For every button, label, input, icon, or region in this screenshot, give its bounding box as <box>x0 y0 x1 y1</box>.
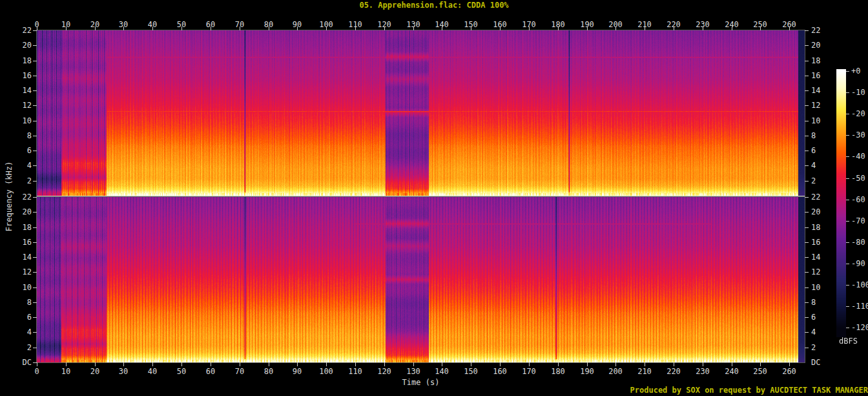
time-tick-bottom <box>152 362 153 366</box>
time-tick-label-top: 80 <box>256 21 282 29</box>
time-tick-label-bottom: 60 <box>198 368 223 376</box>
freq-tick-label-left: 6 <box>10 147 32 155</box>
colorbar-tick-label: -110 <box>851 302 868 311</box>
freq-tick-label-left: 12 <box>10 101 32 110</box>
time-tick-label-top: 190 <box>574 21 600 29</box>
time-tick-label-bottom: 190 <box>574 368 600 376</box>
freq-tick-left <box>33 30 37 31</box>
time-tick-bottom <box>95 362 96 366</box>
freq-tick-label-left: 8 <box>10 132 32 140</box>
freq-tick-right <box>805 227 809 228</box>
time-tick-label-top: 160 <box>487 21 513 29</box>
time-tick-label-bottom: 220 <box>661 368 687 376</box>
freq-tick-right <box>805 151 809 151</box>
time-tick-label-top: 20 <box>82 21 108 29</box>
freq-tick-left <box>33 317 37 318</box>
freq-tick-label-left: 16 <box>10 72 32 80</box>
time-tick-label-top: 210 <box>632 21 657 29</box>
freq-tick-left <box>33 61 37 61</box>
freq-tick-label-left: 12 <box>10 268 32 276</box>
time-tick-label-bottom: 10 <box>53 368 79 376</box>
panel-frame-right <box>805 30 805 362</box>
freq-tick-label-left: 20 <box>10 41 32 50</box>
freq-tick-right <box>805 30 809 31</box>
freq-tick-label-left: 10 <box>10 284 32 292</box>
freq-tick-left <box>33 181 37 182</box>
panel-frame-top <box>36 30 805 30</box>
freq-tick-label-right: 20 <box>811 41 820 50</box>
freq-tick-left <box>33 45 37 46</box>
colorbar-tick <box>846 264 849 264</box>
colorbar-tick <box>846 135 849 136</box>
spectrogram-window: 05. Apprehension.flac: CDDA 100% 0010102… <box>0 0 868 396</box>
colorbar-tick <box>846 156 849 157</box>
time-tick-label-top: 100 <box>313 21 339 29</box>
time-tick-label-top: 170 <box>516 21 542 29</box>
freq-tick-left <box>33 212 37 213</box>
colorbar-tick <box>846 328 849 328</box>
time-tick-label-bottom: 130 <box>400 368 426 376</box>
time-tick-label-top: 260 <box>776 21 802 29</box>
freq-tick-right <box>805 332 809 333</box>
time-tick-bottom <box>500 362 501 366</box>
time-tick-label-bottom: 140 <box>429 368 455 376</box>
freq-tick-label-right: 12 <box>811 268 820 276</box>
colorbar-tick-label: -90 <box>851 260 865 268</box>
freq-tick-right <box>805 197 809 198</box>
freq-tick-label-left: 6 <box>10 313 32 322</box>
freq-tick-label-right: 22 <box>811 26 820 35</box>
freq-tick-right <box>805 76 809 76</box>
colorbar-tick <box>846 306 849 307</box>
freq-tick-right <box>805 181 809 182</box>
colorbar-tick <box>846 71 849 72</box>
time-tick-label-bottom: 70 <box>227 368 253 376</box>
freq-tick-left <box>33 332 37 333</box>
time-tick-bottom <box>760 362 761 366</box>
freq-tick-left <box>33 136 37 136</box>
time-tick-label-bottom: 110 <box>342 368 368 376</box>
freq-tick-right <box>805 212 809 213</box>
freq-tick-label-right: 6 <box>811 313 816 322</box>
time-tick-bottom <box>211 362 211 366</box>
time-tick-bottom <box>37 362 37 366</box>
time-tick-label-top: 60 <box>198 21 223 29</box>
freq-tick-left <box>33 151 37 151</box>
time-tick-bottom <box>587 362 588 366</box>
freq-tick-left <box>33 348 37 348</box>
colorbar-tick-label: -40 <box>851 152 865 161</box>
freq-tick-label-right: 6 <box>811 147 816 155</box>
freq-tick-right <box>805 45 809 46</box>
freq-tick-label-left: 14 <box>10 87 32 95</box>
time-tick-label-bottom: 250 <box>747 368 773 376</box>
freq-tick-label-left: 2 <box>10 344 32 352</box>
freq-tick-left <box>33 287 37 288</box>
freq-tick-label-right: 16 <box>811 72 820 80</box>
freq-tick-right <box>805 257 809 258</box>
time-tick-label-bottom: 200 <box>603 368 628 376</box>
freq-tick-left <box>33 105 37 106</box>
freq-tick-label-right: 18 <box>811 57 820 65</box>
page-title: 05. Apprehension.flac: CDDA 100% <box>0 1 868 10</box>
freq-tick-label-left: 16 <box>10 238 32 247</box>
freq-tick-left <box>33 197 37 198</box>
freq-tick-label-right: 20 <box>811 208 820 216</box>
freq-tick-left <box>33 242 37 243</box>
freq-tick-label-right: 18 <box>811 224 820 232</box>
colorbar-tick-label: -50 <box>851 174 865 183</box>
time-tick-bottom <box>123 362 124 366</box>
time-tick-bottom <box>326 362 327 366</box>
time-tick-label-top: 200 <box>603 21 628 29</box>
time-tick-bottom <box>615 362 616 366</box>
freq-tick-right <box>805 242 809 243</box>
freq-tick-label-right: 14 <box>811 87 820 95</box>
time-tick-bottom <box>384 362 385 366</box>
time-tick-label-top: 90 <box>284 21 310 29</box>
freq-tick-right <box>805 61 809 61</box>
time-tick-label-top: 130 <box>400 21 426 29</box>
time-tick-label-bottom: 40 <box>140 368 165 376</box>
freq-tick-left <box>33 90 37 91</box>
time-tick-bottom <box>674 362 674 366</box>
freq-tick-right <box>805 105 809 106</box>
freq-tick-left <box>33 165 37 166</box>
time-tick-label-bottom: 120 <box>371 368 397 376</box>
